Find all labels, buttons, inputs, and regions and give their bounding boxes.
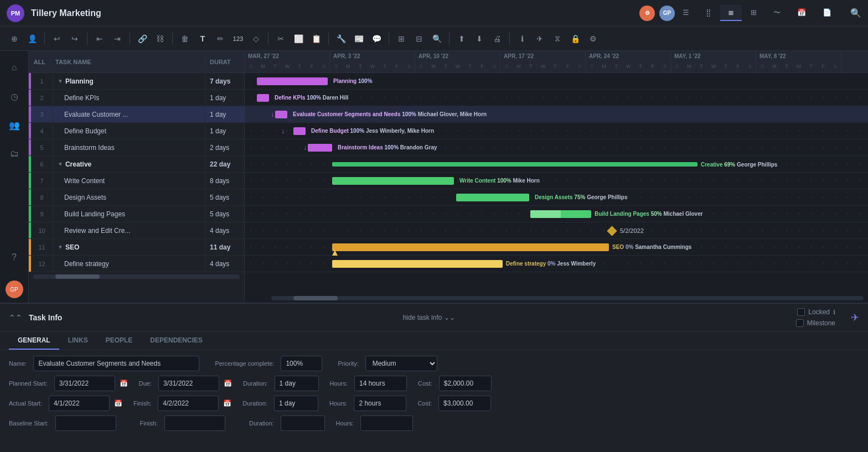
- sidebar-home-icon[interactable]: ⌂: [4, 58, 24, 77]
- actual-start-input[interactable]: [49, 396, 110, 411]
- wrench-btn[interactable]: 🔧: [333, 31, 349, 46]
- user-avatar-icon[interactable]: GP: [6, 280, 23, 298]
- due-input[interactable]: [158, 376, 219, 391]
- nav-chart[interactable]: 〜: [766, 4, 788, 22]
- gantt-row-11[interactable]: 11 ▼ SEO 11 day: [29, 239, 244, 256]
- nav-board[interactable]: ⊞: [743, 5, 764, 21]
- bar-planning[interactable]: Planning 100%: [257, 77, 328, 85]
- bar-brainstorm[interactable]: Brainstorm Ideas 100% Brandon Gray: [308, 144, 332, 152]
- locked-info-icon[interactable]: ℹ: [833, 309, 835, 316]
- milestone-btn[interactable]: ◇: [248, 31, 264, 46]
- gantt-row-4[interactable]: 4 Define Budget 1 day: [29, 123, 244, 139]
- delete-btn[interactable]: 🗑: [177, 31, 193, 46]
- lock-btn[interactable]: 🔒: [567, 31, 583, 46]
- planned-start-cal-icon[interactable]: 📅: [120, 380, 128, 387]
- nav-grid[interactable]: ⣿: [698, 5, 719, 21]
- link-btn[interactable]: 🔗: [135, 31, 150, 46]
- expand-icon-11[interactable]: ▼: [58, 244, 63, 250]
- tab-links[interactable]: LINKS: [59, 332, 97, 350]
- comment-btn[interactable]: 💬: [369, 31, 384, 46]
- bar-write-content[interactable]: Write Content 100% Mike Horn: [332, 177, 454, 185]
- bar-define-kpis[interactable]: Define KPIs 100% Daren Hill: [257, 94, 269, 102]
- number-btn[interactable]: 123: [230, 31, 246, 46]
- info-btn[interactable]: ℹ: [514, 31, 530, 46]
- add-task-btn[interactable]: ⊕: [7, 31, 22, 46]
- tab-dependencies[interactable]: DEPENDENCIES: [141, 332, 211, 350]
- baseline-hours-input[interactable]: [360, 415, 413, 431]
- hide-task-btn[interactable]: hide task info ⌄⌄: [403, 314, 456, 321]
- gantt-row-8[interactable]: 8 Design Assets 5 days: [29, 189, 244, 206]
- copy-btn[interactable]: ⬜: [291, 31, 306, 46]
- bar-seo-group[interactable]: [332, 243, 609, 251]
- gantt-row-5[interactable]: 5 Brainstorm Ideas 2 days: [29, 139, 244, 156]
- tab-people[interactable]: PEOPLE: [97, 332, 142, 350]
- gantt-row-3[interactable]: 3 Evaluate Customer ... 1 day: [29, 106, 244, 123]
- horizontal-scrollbar[interactable]: [33, 274, 240, 279]
- export-down-btn[interactable]: ⬇: [472, 31, 487, 46]
- pct-input[interactable]: [281, 356, 322, 371]
- help-icon[interactable]: ?: [4, 247, 24, 267]
- baseline-duration-input[interactable]: [281, 415, 325, 431]
- settings-btn[interactable]: ⚙: [585, 31, 601, 46]
- tab-general[interactable]: GENERAL: [9, 332, 59, 350]
- milestone-checkbox[interactable]: [796, 319, 804, 327]
- actual-start-cal-icon[interactable]: 📅: [114, 399, 122, 407]
- actual-duration-input[interactable]: [274, 396, 318, 411]
- actual-hours-input[interactable]: [354, 396, 406, 411]
- bar-evaluate-customer[interactable]: Evaluate Customer Segments and Needs 100…: [275, 111, 287, 118]
- gantt-row-9[interactable]: 9 Build Landing Pages 5 days: [29, 206, 244, 222]
- gantt-row-1[interactable]: 1 ▼ Planning 7 days: [29, 73, 244, 90]
- layout-btn[interactable]: 📰: [351, 31, 366, 46]
- bar-define-budget[interactable]: Define Budget 100% Jess Wimberly, Mike H…: [293, 127, 306, 135]
- gantt-row-6[interactable]: 6 ▼ Creative 22 day: [29, 156, 244, 173]
- gantt-row-7[interactable]: 7 Write Content 8 days: [29, 173, 244, 189]
- nav-doc[interactable]: 📄: [815, 5, 839, 21]
- collapse-icon[interactable]: ⌃⌃: [9, 313, 22, 322]
- locked-checkbox[interactable]: [797, 308, 805, 316]
- unlink-btn[interactable]: ⛓: [152, 31, 168, 46]
- paste-btn[interactable]: 📋: [308, 31, 324, 46]
- baseline-finish-input[interactable]: [164, 415, 225, 431]
- actual-finish-cal-icon[interactable]: 📅: [223, 399, 231, 407]
- shape-btn[interactable]: ✏: [213, 31, 228, 46]
- expand-icon-1[interactable]: ▼: [58, 78, 63, 84]
- actual-cost-input[interactable]: [438, 396, 491, 411]
- bar-define-strategy[interactable]: Define strategy 0% Jess Wimberly: [332, 260, 503, 268]
- nav-calendar[interactable]: 📅: [789, 5, 814, 21]
- undo-btn[interactable]: ↩: [49, 31, 65, 46]
- sidebar-people-icon[interactable]: 👥: [4, 115, 24, 135]
- bar-creative-group[interactable]: Creative 69% George Phillips: [332, 162, 698, 167]
- add-user-btn[interactable]: 👤: [24, 31, 40, 46]
- due-cal-icon[interactable]: 📅: [224, 380, 232, 387]
- outdent-btn[interactable]: ⇤: [92, 31, 107, 46]
- planned-start-input[interactable]: [54, 376, 115, 391]
- filter-btn[interactable]: ⧖: [550, 31, 565, 46]
- name-input[interactable]: [33, 356, 199, 371]
- planned-cost-input[interactable]: [439, 376, 492, 391]
- send-icon[interactable]: ✈: [851, 311, 859, 324]
- actual-finish-input[interactable]: [158, 396, 219, 411]
- sidebar-projects-icon[interactable]: 🗂: [4, 144, 24, 164]
- baseline-start-input[interactable]: [55, 415, 116, 431]
- gantt-row-12[interactable]: 12 Define strategy 4 days: [29, 256, 244, 272]
- redo-btn[interactable]: ↪: [67, 31, 82, 46]
- gantt-row-10[interactable]: 10 Review and Edit Cre... 4 days: [29, 222, 244, 239]
- expand-icon-6[interactable]: ▼: [58, 161, 63, 167]
- export-up-btn[interactable]: ⬆: [454, 31, 469, 46]
- sidebar-history-icon[interactable]: ◷: [4, 86, 24, 106]
- planned-duration-input[interactable]: [275, 376, 319, 391]
- nav-gantt[interactable]: ≣: [720, 5, 742, 21]
- table-btn[interactable]: ⊟: [411, 31, 427, 46]
- grid2-btn[interactable]: ⊞: [394, 31, 409, 46]
- planned-hours-input[interactable]: [354, 376, 407, 391]
- chart-horizontal-scrollbar[interactable]: [271, 296, 864, 300]
- text-btn[interactable]: T: [195, 31, 210, 46]
- cut-btn[interactable]: ✂: [273, 31, 288, 46]
- print-btn[interactable]: 🖨: [489, 31, 505, 46]
- nav-list[interactable]: ☰: [675, 5, 697, 21]
- send-toolbar-btn[interactable]: ✈: [532, 31, 547, 46]
- gantt-row-2[interactable]: 2 Define KPIs 1 day: [29, 90, 244, 106]
- bar-design-assets[interactable]: Design Assets 75% George Phillips: [456, 194, 529, 201]
- priority-select[interactable]: Medium Low High Critical: [365, 356, 437, 371]
- indent-btn[interactable]: ⇥: [110, 31, 125, 46]
